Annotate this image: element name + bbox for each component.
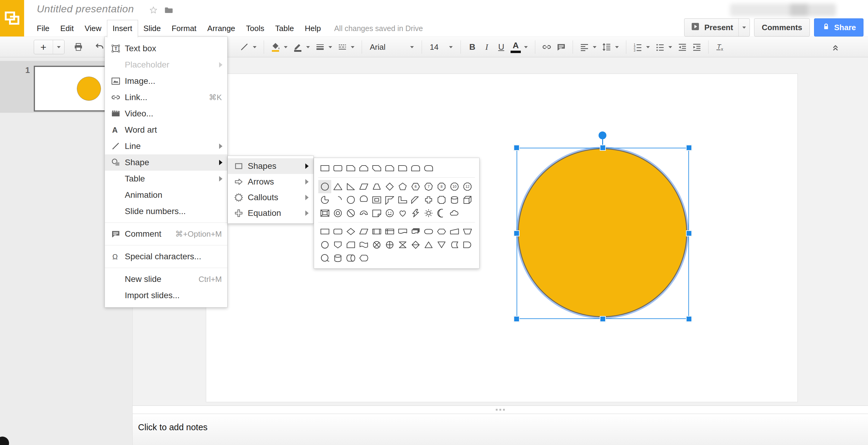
shape-option-block-arc[interactable]	[357, 207, 370, 220]
shape-option-snip-round-single-corner[interactable]	[383, 161, 396, 175]
shape-option-octagon[interactable]: 8	[435, 180, 448, 193]
shape-option-flowchart-predefined-process[interactable]	[370, 225, 383, 238]
font-family-select[interactable]: Arial	[366, 39, 417, 55]
collapse-toolbar-button[interactable]	[828, 39, 843, 55]
decrease-indent-button[interactable]	[675, 39, 689, 55]
notes-resize-divider[interactable]	[133, 406, 868, 414]
bulleted-list-dropdown[interactable]	[669, 46, 672, 48]
text-color-button[interactable]: A	[508, 39, 523, 55]
resize-handle-sw[interactable]	[514, 316, 520, 322]
dots-grip-icon[interactable]	[496, 409, 505, 411]
shape-option-round-diagonal-corners[interactable]	[422, 161, 435, 175]
menu-item-equation[interactable]: Equation	[228, 205, 313, 221]
shape-option-flowchart-manual-input[interactable]	[448, 225, 461, 238]
shape-option-flowchart-or[interactable]	[383, 238, 396, 251]
star-icon[interactable]	[148, 5, 158, 17]
shape-option-flowchart-preparation[interactable]	[435, 225, 448, 238]
shape-option-decagon[interactable]: 10	[448, 180, 461, 193]
shape-option-smiley[interactable]	[383, 207, 396, 220]
shape-option-flowchart-off-page-connector[interactable]	[331, 238, 344, 251]
menu-item-import-slides[interactable]: Import slides...	[105, 287, 227, 304]
menu-item-new-slide[interactable]: New slideCtrl+M	[105, 271, 227, 287]
resize-handle-ne[interactable]	[686, 145, 692, 151]
menu-item-slide-numbers[interactable]: Slide numbers...	[105, 203, 227, 219]
shape-option-rectangle[interactable]	[318, 161, 331, 175]
shape-option-flowchart-data[interactable]	[357, 225, 370, 238]
fill-color-dropdown[interactable]	[284, 46, 287, 48]
line-weight-dropdown[interactable]	[329, 46, 332, 48]
shape-option-cloud[interactable]	[448, 207, 461, 220]
comments-button[interactable]: Comments	[754, 19, 809, 36]
menubar-item-slide[interactable]: Slide	[138, 20, 166, 37]
shape-option-round-single-corner[interactable]	[396, 161, 409, 175]
align-button[interactable]	[577, 39, 592, 55]
folder-icon[interactable]	[163, 5, 174, 17]
shape-option-flowchart-internal-storage[interactable]	[383, 225, 396, 238]
text-color-dropdown[interactable]	[524, 46, 528, 48]
share-button[interactable]: Share	[814, 19, 864, 36]
resize-handle-e[interactable]	[686, 230, 692, 236]
menu-item-link[interactable]: Link...⌘K	[105, 89, 227, 106]
shape-option-ellipse[interactable]	[318, 180, 331, 193]
resize-handle-se[interactable]	[686, 316, 692, 322]
insert-comment-button[interactable]	[554, 39, 568, 55]
shape-option-cube[interactable]	[461, 193, 474, 207]
shape-option-flowchart-delay[interactable]	[461, 238, 474, 251]
menu-item-animation[interactable]: Animation	[105, 187, 227, 203]
font-size-select[interactable]: 14	[426, 39, 456, 55]
resize-handle-w[interactable]	[514, 230, 520, 236]
increase-indent-button[interactable]	[689, 39, 704, 55]
bold-button[interactable]: B	[465, 39, 479, 55]
line-spacing-button[interactable]	[599, 39, 614, 55]
menu-item-arrows[interactable]: Arrows	[228, 174, 313, 190]
shape-option-folded-corner[interactable]	[370, 207, 383, 220]
menu-item-placeholder[interactable]: Placeholder	[105, 57, 227, 73]
menubar-item-tools[interactable]: Tools	[241, 20, 270, 37]
line-tool-dropdown[interactable]	[253, 46, 256, 48]
shape-option-dodecagon[interactable]: 12	[461, 180, 474, 193]
shape-option-flowchart-collate[interactable]	[396, 238, 409, 251]
line-color-button[interactable]	[290, 39, 305, 55]
shape-option-heptagon[interactable]: 7	[422, 180, 435, 193]
menubar-item-help[interactable]: Help	[299, 20, 326, 37]
shape-option-trapezoid[interactable]	[370, 180, 383, 193]
line-spacing-dropdown[interactable]	[615, 46, 619, 48]
menu-item-video[interactable]: Video...	[105, 106, 227, 122]
clear-formatting-button[interactable]: Tx	[713, 39, 727, 55]
new-slide-dropdown[interactable]	[53, 40, 64, 54]
numbered-list-dropdown[interactable]	[646, 46, 650, 48]
line-weight-button[interactable]	[313, 39, 327, 55]
shape-option-round-same-side-corners[interactable]	[409, 161, 422, 175]
shape-option-snip-single-corner[interactable]	[344, 161, 357, 175]
shape-option-moon[interactable]	[435, 207, 448, 220]
align-dropdown[interactable]	[593, 46, 596, 48]
line-dash-dropdown[interactable]	[351, 46, 354, 48]
insert-link-button[interactable]	[539, 39, 554, 55]
selected-circle-shape[interactable]	[518, 148, 687, 317]
shape-option-chord[interactable]	[357, 193, 370, 207]
menubar-item-file[interactable]: File	[31, 20, 55, 37]
menu-item-callouts[interactable]: Callouts	[228, 190, 313, 205]
shape-option-half-frame[interactable]	[383, 193, 396, 207]
shape-option-flowchart-display[interactable]	[357, 251, 370, 265]
shape-option-donut[interactable]	[331, 207, 344, 220]
menu-item-word-art[interactable]: AWord art	[105, 122, 227, 138]
shape-option-flowchart-manual-operation[interactable]	[461, 225, 474, 238]
shape-option-snip-diagonal-corners[interactable]	[370, 161, 383, 175]
menu-item-shapes[interactable]: Shapes	[228, 158, 313, 174]
shape-option-right-triangle[interactable]	[344, 180, 357, 193]
menu-item-line[interactable]: Line	[105, 138, 227, 154]
shape-option-hexagon[interactable]: 6	[409, 180, 422, 193]
shape-option-snip-same-side-corners[interactable]	[357, 161, 370, 175]
shape-option-plaque[interactable]	[435, 193, 448, 207]
shape-option-lightning-bolt[interactable]	[409, 207, 422, 220]
shape-option-flowchart-card[interactable]	[344, 238, 357, 251]
menu-item-comment[interactable]: Comment⌘+Option+M	[105, 226, 227, 242]
shape-option-flowchart-extract[interactable]	[422, 238, 435, 251]
shape-option-flowchart-process[interactable]	[318, 225, 331, 238]
shape-option-flowchart-alternate-process[interactable]	[331, 225, 344, 238]
shape-option-frame[interactable]	[370, 193, 383, 207]
notes-placeholder[interactable]: Click to add notes	[138, 422, 208, 432]
shape-option-arc[interactable]	[331, 193, 344, 207]
shape-option-flowchart-document[interactable]	[396, 225, 409, 238]
